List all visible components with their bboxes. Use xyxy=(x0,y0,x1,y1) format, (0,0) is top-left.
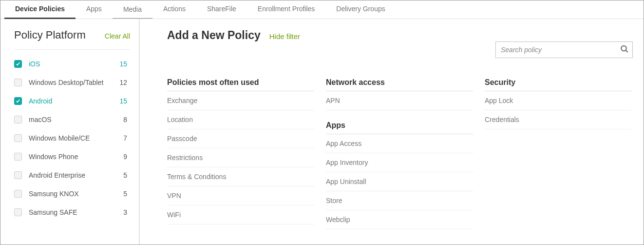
policy-item-app-access[interactable]: App Access xyxy=(326,134,473,153)
policy-column: SecurityApp LockCredentials xyxy=(485,78,632,240)
policy-item-passcode[interactable]: Passcode xyxy=(167,129,314,148)
hide-filter-link[interactable]: Hide filter xyxy=(269,32,300,41)
policy-column: Policies most often usedExchangeLocation… xyxy=(167,78,314,240)
policy-group: Policies most often usedExchangeLocation… xyxy=(167,78,314,225)
policy-item-location[interactable]: Location xyxy=(167,110,314,129)
platform-count: 8 xyxy=(123,116,130,123)
platform-item-windows-mobile-ce[interactable]: Windows Mobile/CE7 xyxy=(14,129,130,147)
platform-count: 15 xyxy=(119,60,130,68)
page-title: Add a New Policy xyxy=(167,29,261,42)
clear-all-link[interactable]: Clear All xyxy=(105,32,130,40)
content: Policy Platform Clear All iOS15Windows D… xyxy=(0,19,644,245)
platform-item-windows-desktop-tablet[interactable]: Windows Desktop/Tablet12 xyxy=(14,73,130,92)
search-wrap xyxy=(495,41,633,58)
checkbox-icon[interactable] xyxy=(14,97,22,105)
policy-item-app-uninstall[interactable]: App Uninstall xyxy=(326,172,473,191)
policy-item-terms-conditions[interactable]: Terms & Conditions xyxy=(167,167,314,186)
platform-item-ios[interactable]: iOS15 xyxy=(14,55,130,73)
policy-item-credentials[interactable]: Credentials xyxy=(485,110,632,129)
platform-item-android[interactable]: Android15 xyxy=(14,92,130,110)
group-title: Network access xyxy=(326,78,473,91)
checkbox-icon[interactable] xyxy=(14,171,22,179)
search-icon[interactable] xyxy=(620,45,629,55)
sidebar: Policy Platform Clear All iOS15Windows D… xyxy=(0,19,140,245)
platform-count: 9 xyxy=(123,153,130,161)
checkbox-icon[interactable] xyxy=(14,134,22,142)
policy-item-app-lock[interactable]: App Lock xyxy=(485,91,632,110)
tab-actions[interactable]: Actions xyxy=(152,0,196,19)
policy-columns: Policies most often usedExchangeLocation… xyxy=(167,78,637,240)
checkbox-icon[interactable] xyxy=(14,190,22,198)
policy-item-wifi[interactable]: WiFi xyxy=(167,205,314,225)
policy-item-restrictions[interactable]: Restrictions xyxy=(167,148,314,167)
platform-label: Samsung KNOX xyxy=(29,190,123,198)
group-title: Security xyxy=(485,78,632,91)
platform-count: 5 xyxy=(123,171,130,179)
policy-column: Network accessAPNAppsApp AccessApp Inven… xyxy=(326,78,473,240)
checkbox-icon[interactable] xyxy=(14,60,22,68)
platform-count: 12 xyxy=(119,79,130,86)
svg-point-0 xyxy=(621,46,626,51)
platform-count: 5 xyxy=(123,190,130,198)
platform-label: macOS xyxy=(29,116,123,123)
policy-item-webclip[interactable]: Webclip xyxy=(326,210,473,229)
platform-item-android-enterprise[interactable]: Android Enterprise5 xyxy=(14,166,130,184)
platform-label: Windows Desktop/Tablet xyxy=(29,79,119,86)
platform-item-macos[interactable]: macOS8 xyxy=(14,110,130,129)
tab-apps[interactable]: Apps xyxy=(76,0,113,19)
checkbox-icon[interactable] xyxy=(14,208,22,216)
checkbox-icon[interactable] xyxy=(14,153,22,161)
platform-item-windows-phone[interactable]: Windows Phone9 xyxy=(14,147,130,166)
main-panel: Add a New Policy Hide filter Policies mo… xyxy=(140,19,644,245)
tab-bar: Device PoliciesAppsMediaActionsShareFile… xyxy=(0,0,644,19)
policy-item-exchange[interactable]: Exchange xyxy=(167,91,314,110)
policy-group: AppsApp AccessApp InventoryApp Uninstall… xyxy=(326,121,473,229)
platform-count: 7 xyxy=(123,134,130,142)
platform-label: Windows Mobile/CE xyxy=(29,134,123,142)
platform-label: Android xyxy=(29,97,119,105)
platform-label: Windows Phone xyxy=(29,153,123,161)
sidebar-title: Policy Platform xyxy=(14,29,86,41)
main-header: Add a New Policy Hide filter xyxy=(167,29,637,42)
policy-item-store[interactable]: Store xyxy=(326,191,473,210)
tab-enrollment-profiles[interactable]: Enrollment Profiles xyxy=(247,0,326,19)
svg-line-1 xyxy=(625,50,628,53)
sidebar-header: Policy Platform Clear All xyxy=(14,29,130,50)
checkbox-icon[interactable] xyxy=(14,116,22,123)
platform-item-samsung-knox[interactable]: Samsung KNOX5 xyxy=(14,184,130,203)
policy-item-app-inventory[interactable]: App Inventory xyxy=(326,153,473,172)
platform-list: iOS15Windows Desktop/Tablet12Android15ma… xyxy=(14,55,130,222)
platform-label: Samsung SAFE xyxy=(29,208,123,216)
tab-device-policies[interactable]: Device Policies xyxy=(4,0,76,19)
platform-label: iOS xyxy=(29,60,119,68)
platform-count: 15 xyxy=(119,97,130,105)
tab-sharefile[interactable]: ShareFile xyxy=(196,0,247,19)
platform-label: Android Enterprise xyxy=(29,171,123,179)
group-title: Policies most often used xyxy=(167,78,314,91)
platform-count: 3 xyxy=(123,208,130,216)
policy-item-vpn[interactable]: VPN xyxy=(167,186,314,205)
policy-group: SecurityApp LockCredentials xyxy=(485,78,632,129)
policy-item-apn[interactable]: APN xyxy=(326,91,473,110)
checkbox-icon[interactable] xyxy=(14,79,22,86)
tab-media[interactable]: Media xyxy=(113,1,152,19)
group-title: Apps xyxy=(326,121,473,134)
platform-item-samsung-safe[interactable]: Samsung SAFE3 xyxy=(14,203,130,222)
tab-delivery-groups[interactable]: Delivery Groups xyxy=(325,0,396,19)
policy-group: Network accessAPN xyxy=(326,78,473,110)
search-input[interactable] xyxy=(495,41,633,58)
